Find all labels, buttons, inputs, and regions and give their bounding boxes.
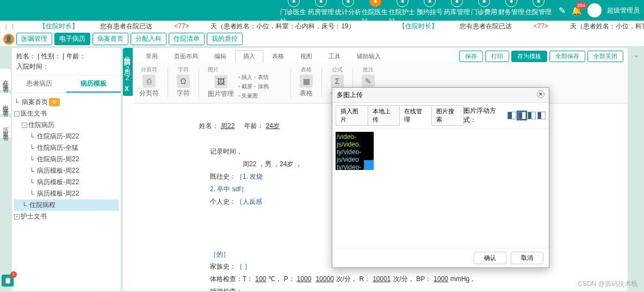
template-tree: └病案首页⟳-医生文书-住院病历└住院病历-周22└住院病历-全猛└住院病历-周… xyxy=(12,93,121,291)
top-navbar: ●门诊医生站●药房管理●统计分析●住院医生站●住院护士站●预约挂号●药库管理●门… xyxy=(0,0,644,21)
image-thumbnail[interactable]: /video-js/video. ty/video-js/video ty/vi… xyxy=(336,132,374,170)
float-opt-3[interactable] xyxy=(528,112,536,119)
watermark: CSDN @源码技术栈 xyxy=(578,279,637,289)
tree-node[interactable]: └住院病历-周22 xyxy=(14,131,119,142)
sidetab-出院患者[interactable]: 出院患者 xyxy=(0,93,11,114)
insert-矢量图[interactable]: ▫ 矢量图 xyxy=(238,92,258,100)
tab-分配入科[interactable]: 分配入科 xyxy=(131,33,166,45)
ribtab-辅助输入[interactable]: 辅助输入 xyxy=(349,51,388,62)
tab-病案首页[interactable]: 病案首页 xyxy=(92,33,128,45)
subtab-患者病历[interactable]: 患者病历 xyxy=(12,76,66,93)
tree-node[interactable]: +护士文书 xyxy=(14,211,119,222)
left-subtabs: 患者病历病历模板 xyxy=(12,76,121,93)
table-button[interactable]: 表格▦表格 xyxy=(300,66,313,100)
modal-tab-图片搜索[interactable]: 图片搜索 xyxy=(431,105,464,126)
tree-node[interactable]: -住院病历 xyxy=(14,119,119,131)
action-全部关闭[interactable]: 全部关闭 xyxy=(587,51,623,62)
sidetab-历史患者[interactable]: 历史患者 xyxy=(0,117,11,138)
insert-表情[interactable]: ▫ 表情 xyxy=(254,74,268,81)
ribtab-常用[interactable]: 常用 xyxy=(138,51,165,62)
modal-tab-本地上传[interactable]: 本地上传 xyxy=(368,105,400,126)
subtab-病历模板[interactable]: 病历模板 xyxy=(66,76,121,93)
check-icon: ✓ xyxy=(364,160,374,170)
insert-涂鸦[interactable]: ▫ 涂鸦 xyxy=(254,83,268,90)
ribtab-表格[interactable]: 表格 xyxy=(264,51,292,62)
document-tab[interactable]: 住院病历-周22X xyxy=(123,48,133,96)
ribtab-视图[interactable]: 视图 xyxy=(293,51,320,62)
top-right: ✎ 🔔284 超级管理员 xyxy=(559,3,640,17)
tree-node[interactable]: └住院病程 xyxy=(14,199,119,211)
modal-ok-button[interactable]: 确认 xyxy=(474,252,506,264)
tab-住院清单[interactable]: 住院清单 xyxy=(169,33,205,45)
sidetab-在院患者[interactable]: 在院患者 xyxy=(0,69,11,90)
ribtab-插入[interactable]: 插入 xyxy=(235,50,263,63)
module-tabbar: 👤 医嘱管理电子病历病案首页分配入科住院清单我的质控 xyxy=(0,32,644,47)
tab-我的质控[interactable]: 我的质控 xyxy=(207,33,243,45)
ribtab-编辑[interactable]: 编辑 xyxy=(207,51,234,62)
insert-截屏[interactable]: ▫ 截屏 xyxy=(238,83,252,90)
image-small-buttons: ▫ 插入▫ 表情▫ 截屏▫ 涂鸦▫ 矢量图 xyxy=(238,74,282,100)
notification-badge: 284 xyxy=(575,2,587,9)
image-manage-button[interactable]: 🖼图片管理 xyxy=(208,75,234,99)
side-category-tabs: 在院患者出院患者历史患者 xyxy=(0,47,11,292)
modal-tab-插入图片[interactable]: 插入图片 xyxy=(336,105,368,126)
modal-body: /video-js/video. ty/video-js/video ty/vi… xyxy=(332,128,549,248)
float-opt-1[interactable] xyxy=(507,112,516,119)
chevron-down-icon[interactable]: ⌄ xyxy=(633,50,640,59)
char-button[interactable]: 字符Ω字符 xyxy=(177,66,190,100)
action-存为模板[interactable]: 存为模板 xyxy=(511,51,547,62)
tree-node[interactable]: └病历模板-周22 xyxy=(14,165,119,177)
tree-node[interactable]: └病历模板-周22 xyxy=(14,177,119,188)
tree-node[interactable]: └病案首页⟳ xyxy=(14,96,119,108)
avatar[interactable] xyxy=(587,3,602,17)
insert-插入[interactable]: ▫ 插入 xyxy=(238,74,252,81)
float-task-button[interactable]: 📋1 xyxy=(2,275,14,287)
close-icon[interactable]: X xyxy=(125,85,130,93)
float-opt-4[interactable] xyxy=(537,112,546,119)
modal-title: 多图上传 xyxy=(337,90,363,100)
modal-close-icon[interactable]: ✕ xyxy=(537,90,544,98)
patient-info: 姓名： | 性别： | 年龄： 入院时间： xyxy=(12,48,121,76)
username: 超级管理员 xyxy=(607,6,640,15)
ribtab-页面布局[interactable]: 页面布局 xyxy=(166,51,206,62)
tree-node[interactable]: └病历模板-周22 xyxy=(14,188,119,199)
tree-node[interactable]: -医生文书 xyxy=(14,108,119,119)
tree-node[interactable]: └住院病历-全猛 xyxy=(14,142,119,154)
marquee-ticker: ）） 【住院时长】您有患者在院已达<77>天（患者姓名：小位，科室：心内科，床号… xyxy=(0,21,644,32)
pagebreak-button[interactable]: 分页符⎙分页符 xyxy=(139,66,159,100)
float-style: 图片浮动方式： xyxy=(463,106,546,125)
action-全部保存[interactable]: 全部保存 xyxy=(549,51,585,62)
bell-icon[interactable]: 🔔284 xyxy=(571,5,582,16)
left-panel: 姓名： | 性别： | 年龄： 入院时间： 患者病历病历模板 └病案首页⟳-医生… xyxy=(12,48,121,291)
user-indicator-icon: 👤 xyxy=(3,34,14,45)
tab-电子病历[interactable]: 电子病历 xyxy=(54,33,90,45)
tab-医嘱管理[interactable]: 医嘱管理 xyxy=(16,33,52,45)
edit-icon[interactable]: ✎ xyxy=(559,5,566,16)
tree-node[interactable]: └住院病历-周22 xyxy=(14,154,119,165)
modal-tab-在线管理[interactable]: 在线管理 xyxy=(399,105,432,126)
upload-modal: 多图上传✕ 插入图片本地上传在线管理图片搜索图片浮动方式： /video-js/… xyxy=(332,87,549,268)
modal-cancel-button[interactable]: 取消 xyxy=(511,252,543,264)
action-打印[interactable]: 打印 xyxy=(485,51,509,62)
refresh-icon[interactable]: ⟳ xyxy=(49,98,60,106)
action-保存[interactable]: 保存 xyxy=(459,51,483,62)
float-opt-2[interactable] xyxy=(518,112,526,119)
ribtab-工具[interactable]: 工具 xyxy=(321,51,348,62)
